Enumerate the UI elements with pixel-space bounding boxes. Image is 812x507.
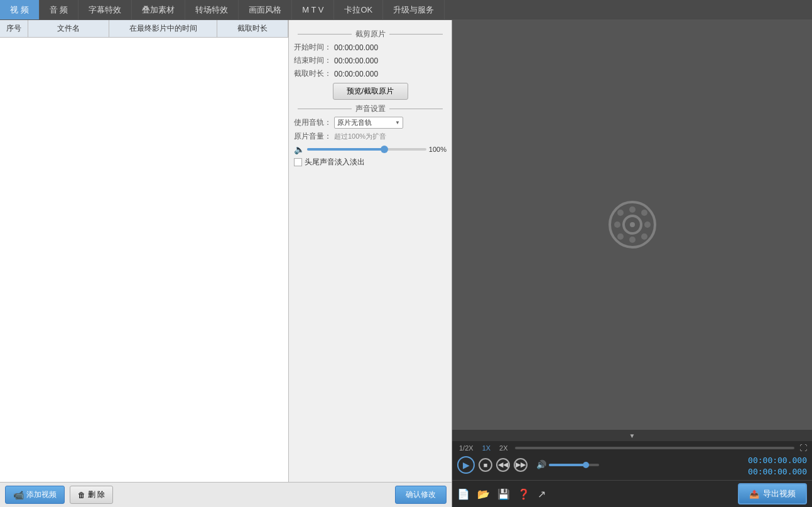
audio-track-select[interactable]: 原片无音轨 ▼ [334, 117, 403, 129]
speed-2x-btn[interactable]: 2X [497, 444, 509, 452]
tab-overlay[interactable]: 叠加素材 [132, 0, 185, 19]
file-actions-bar: 📄 📂 💾 ❓ ↗ 📤 导出视频 [452, 480, 812, 507]
prev-button[interactable]: ◀◀ [496, 458, 510, 472]
audio-section-title: 声音设置 [294, 104, 447, 114]
confirm-button[interactable]: 确认修改 [395, 486, 447, 504]
expand-icon[interactable]: ⛶ [799, 444, 807, 452]
delete-icon: 🗑 [78, 491, 85, 499]
svg-point-5 [614, 221, 620, 228]
end-time-row: 结束时间： 00:00:00.000 [294, 55, 447, 66]
delete-label: 删 除 [88, 489, 105, 500]
audio-track-select-value: 原片无音轨 [337, 118, 372, 127]
preview-clip-button[interactable]: 预览/截取原片 [333, 83, 408, 100]
stop-button[interactable]: ■ [479, 458, 492, 472]
col-header-time: 在最终影片中的时间 [109, 20, 217, 37]
start-time-row: 开始时间： 00:00:00.000 [294, 42, 447, 53]
play-button[interactable]: ▶ [457, 456, 475, 474]
tab-style[interactable]: 画面风格 [239, 0, 292, 19]
next-button[interactable]: ▶▶ [514, 458, 528, 472]
film-reel-icon [607, 200, 658, 250]
tab-mtv[interactable]: M T V [292, 0, 334, 19]
dropdown-arrow-icon: ▼ [395, 120, 400, 125]
panel-collapse-btn[interactable]: ▼ [452, 430, 812, 441]
video-preview [452, 20, 812, 430]
volume-slider[interactable] [307, 148, 426, 151]
add-video-icon: 📹 [13, 490, 24, 500]
save-icon[interactable]: 💾 [497, 488, 510, 500]
new-file-icon[interactable]: 📄 [457, 488, 470, 500]
volume-slider-player[interactable] [549, 464, 599, 466]
share-icon[interactable]: ↗ [538, 488, 546, 500]
fade-checkbox[interactable] [294, 158, 302, 166]
main-area: 序号 文件名 在最终影片中的时间 截取时长 截剪原片 开始时间： 00:00:0… [0, 20, 812, 507]
bottom-toolbar: 📹 添加视频 🗑 删 除 确认修改 [0, 482, 452, 507]
tab-video[interactable]: 视 频 [0, 0, 40, 19]
time-display: 00:00:00.000 00:00:00.000 [748, 455, 807, 478]
volume-slider-fill [307, 148, 384, 151]
svg-point-7 [617, 210, 624, 216]
fade-checkbox-row: 头尾声音淡入淡出 [294, 157, 447, 168]
duration-row: 截取时长： 00:00:00.000 [294, 68, 447, 79]
svg-point-9 [617, 233, 624, 240]
end-time-label: 结束时间： [294, 55, 332, 66]
volume-percentage: 100% [429, 146, 447, 153]
audio-track-label: 使用音轨： [294, 117, 332, 128]
left-panel: 序号 文件名 在最终影片中的时间 截取时长 截剪原片 开始时间： 00:00:0… [0, 20, 452, 507]
svg-point-10 [641, 210, 647, 216]
add-video-button[interactable]: 📹 添加视频 [5, 486, 65, 504]
upper-section: 序号 文件名 在最终影片中的时间 截取时长 截剪原片 开始时间： 00:00:0… [0, 20, 452, 482]
volume-thumb[interactable] [583, 462, 589, 468]
col-header-seq: 序号 [0, 20, 28, 37]
duration-label: 截取时长： [294, 68, 332, 79]
svg-point-4 [629, 237, 636, 243]
help-icon[interactable]: ❓ [517, 488, 530, 500]
volume-label: 原片音量： [294, 131, 332, 142]
top-navigation: 视 频 音 频 字幕特效 叠加素材 转场特效 画面风格 M T V 卡拉OK 升… [0, 0, 812, 20]
open-folder-icon[interactable]: 📂 [477, 488, 490, 500]
speed-half-btn[interactable]: 1/2X [457, 444, 475, 452]
volume-fill [549, 464, 584, 466]
tab-upgrade[interactable]: 升级与服务 [383, 0, 445, 19]
tab-audio[interactable]: 音 频 [40, 0, 79, 19]
speed-1x-btn[interactable]: 1X [480, 444, 492, 452]
total-time: 00:00:00.000 [748, 466, 807, 478]
file-table: 序号 文件名 在最终影片中的时间 截取时长 [0, 20, 288, 482]
volume-row: 原片音量： 超过100%为扩音 [294, 131, 447, 142]
tab-karaoke[interactable]: 卡拉OK [334, 0, 383, 19]
svg-point-2 [630, 222, 635, 227]
export-video-button[interactable]: 📤 导出视频 [738, 483, 807, 504]
volume-control: 🔊 [536, 460, 599, 469]
volume-hint: 超过100%为扩音 [334, 132, 386, 141]
clip-settings-panel: 截剪原片 开始时间： 00:00:00.000 结束时间： 00:00:00.0… [288, 20, 452, 482]
volume-slider-thumb[interactable] [381, 146, 388, 153]
tab-subtitle[interactable]: 字幕特效 [78, 0, 132, 19]
clip-section-title: 截剪原片 [294, 29, 447, 40]
right-panel: ▼ 1/2X 1X 2X ⛶ ▶ ■ ◀◀ ▶▶ [452, 20, 812, 507]
export-icon: 📤 [749, 489, 759, 499]
svg-point-6 [644, 221, 651, 228]
player-controls: 1/2X 1X 2X ⛶ ▶ ■ ◀◀ ▶▶ 🔊 [452, 441, 812, 480]
start-time-label: 开始时间： [294, 42, 332, 53]
col-header-name: 文件名 [28, 20, 110, 37]
audio-track-row: 使用音轨： 原片无音轨 ▼ [294, 117, 447, 129]
volume-low-icon: 🔈 [294, 144, 305, 154]
start-time-value: 00:00:00.000 [334, 43, 378, 52]
seek-bar[interactable] [515, 447, 794, 449]
svg-point-8 [641, 233, 647, 240]
playback-controls: ▶ ■ ◀◀ ▶▶ 🔊 [457, 456, 743, 474]
add-video-label: 添加视频 [26, 489, 57, 500]
tab-transition[interactable]: 转场特效 [185, 0, 239, 19]
fade-label: 头尾声音淡入淡出 [305, 157, 365, 168]
delete-button[interactable]: 🗑 删 除 [70, 486, 113, 504]
export-label: 导出视频 [763, 488, 796, 499]
svg-point-3 [629, 206, 636, 213]
end-time-value: 00:00:00.000 [334, 56, 378, 65]
current-time: 00:00:00.000 [748, 455, 807, 466]
speaker-icon: 🔊 [536, 460, 546, 469]
speed-bar: 1/2X 1X 2X ⛶ [457, 444, 807, 452]
col-header-duration: 截取时长 [217, 20, 288, 37]
table-header: 序号 文件名 在最终影片中的时间 截取时长 [0, 20, 288, 38]
collapse-icon: ▼ [629, 432, 636, 439]
volume-slider-row: 🔈 100% [294, 144, 447, 154]
duration-value: 00:00:00.000 [334, 70, 378, 78]
